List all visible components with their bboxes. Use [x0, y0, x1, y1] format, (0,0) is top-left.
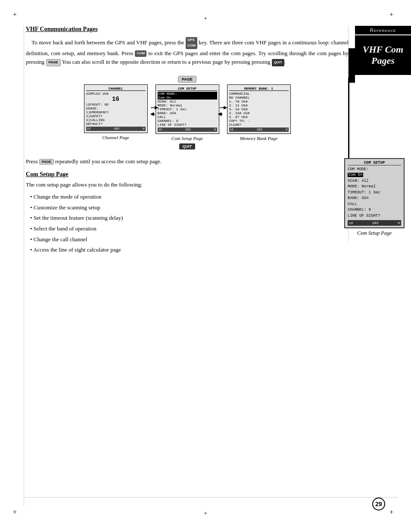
- bullet-item-5: Change the call channel: [30, 234, 349, 245]
- com-screen-line4: MODE: Normal: [348, 184, 401, 190]
- com-setup-image: COM SETUP COM MODE: Com On SCAN: All MOD…: [344, 158, 405, 237]
- bullet-item-2: Customize the scanning setup: [30, 202, 349, 213]
- membank-screen-bar: 16URXH: [229, 128, 289, 132]
- com-screen-line7: CALL: [348, 202, 401, 208]
- bullet-list: Change the mode of operation Customize t…: [26, 192, 349, 255]
- margin-line-left: [24, 26, 24, 506]
- comsetup-label: Com Setup Page: [171, 136, 203, 141]
- quit-key-icon-1: QUIT: [272, 59, 284, 66]
- channel-number: 16: [86, 96, 146, 103]
- com-bottom-mid: URX: [372, 221, 378, 225]
- com-screen-highlight: Com On: [348, 173, 363, 177]
- reference-label: Reference: [355, 26, 411, 34]
- bullet-item-6: Access the line of sight calculator page: [30, 245, 349, 255]
- com-screen-caption: Com Setup Page: [344, 230, 405, 236]
- channel-screen: CHANNEL SIMPLEX USA 16 LOCKOUT: NO USAGE…: [84, 84, 148, 133]
- com-screen-line3: SCAN: All: [348, 178, 401, 184]
- main-content: VHF Communication Pages To move back and…: [26, 26, 349, 498]
- comon-highlight: Com On: [158, 96, 217, 100]
- page-number: 29: [372, 498, 385, 510]
- reference-tab: Reference VHF Com Pages: [355, 26, 411, 75]
- bullet-item-1: Change the mode of operation: [30, 192, 349, 202]
- com-setup-heading: Com Setup Page: [26, 171, 349, 178]
- com-bottom-right: H: [398, 221, 400, 225]
- com-screen-line1: COM MODE:: [348, 167, 401, 173]
- com-screen-title: COM SETUP: [348, 161, 401, 165]
- comsetup-screen: COM SETUP COM MODE: Com On SCAN: All MOD…: [156, 84, 219, 134]
- corner-mark-tr: [389, 13, 398, 22]
- com-screen-line2: Com On: [348, 172, 401, 178]
- membank-screen-title: MEMORY BANK: 1: [229, 87, 289, 91]
- section-vhf-comm: VHF Communication Pages To move back and…: [26, 26, 349, 67]
- channel-screen-title: CHANNEL: [86, 87, 146, 91]
- vhf-tab-title: VHF Com Pages: [355, 35, 411, 75]
- com-key-icon: COM: [135, 50, 146, 57]
- press-line: Press PAGE repeatedly until you access t…: [26, 158, 349, 165]
- com-screen-line5: TIMEOUT: 1 Sec: [348, 190, 401, 196]
- corner-mark-tl: [13, 13, 22, 22]
- membank-label: Memory Bank Page: [240, 136, 277, 141]
- page-btn-diagram: PAGE: [178, 76, 196, 83]
- page-key-icon-2: PAGE: [39, 159, 54, 165]
- commode-highlight: COM MODE:: [158, 92, 217, 96]
- section-heading-vhf: VHF Communication Pages: [26, 26, 349, 33]
- bullet-item-3: Set the timeout feature (scanning delay): [30, 213, 349, 224]
- comsetup-screen-bar: 16URXH: [158, 128, 217, 132]
- diagram-container: PAGE CHANNEL SIMPLEX USA 16 LOCKOUT: NO …: [26, 75, 349, 149]
- tab-notch: [349, 48, 355, 83]
- body-text-1: To move back and forth between the GPS a…: [26, 37, 349, 67]
- bullet-item-4: Select the band of operation: [30, 224, 349, 234]
- comsetup-screen-title: COM SETUP: [158, 87, 217, 91]
- page-key-icon-1: PAGE: [46, 59, 61, 66]
- channel-screen-bar: 16URXH: [86, 127, 146, 131]
- corner-mark-br: [389, 510, 398, 519]
- com-screen: COM SETUP COM MODE: Com On SCAN: All MOD…: [344, 158, 405, 229]
- com-screen-line6: BAND: USA: [348, 196, 401, 202]
- gps-key-icon: GPSCOM: [186, 37, 197, 49]
- page-btn-top: PAGE: [84, 75, 291, 83]
- com-screen-bottom: 16 URX H: [348, 220, 401, 226]
- top-center-mark: +: [204, 15, 207, 22]
- bottom-center-mark: +: [204, 510, 207, 517]
- membank-screen: MEMORY BANK: 1 COMMERCIAL NO CHANNEL 1. …: [227, 84, 291, 134]
- bottom-divider: [24, 497, 398, 498]
- quit-btn-bottom: QUIT: [84, 143, 291, 149]
- screens-row: CHANNEL SIMPLEX USA 16 LOCKOUT: NO USAGE…: [84, 84, 291, 141]
- corner-mark-bl: [13, 510, 22, 519]
- com-screen-line8: CHANNEL: 9: [348, 207, 401, 213]
- com-setup-desc: The com setup page allows you to do the …: [26, 181, 349, 188]
- com-screen-line9: LINE OF SIGHT?: [348, 213, 401, 219]
- diagram-inner: PAGE CHANNEL SIMPLEX USA 16 LOCKOUT: NO …: [84, 75, 291, 149]
- quit-btn-diagram: QUIT: [179, 143, 196, 149]
- channel-label: Channel Page: [102, 135, 129, 140]
- com-bottom-left: 16: [349, 221, 353, 225]
- section-com-setup: COM SETUP COM MODE: Com On SCAN: All MOD…: [26, 158, 349, 255]
